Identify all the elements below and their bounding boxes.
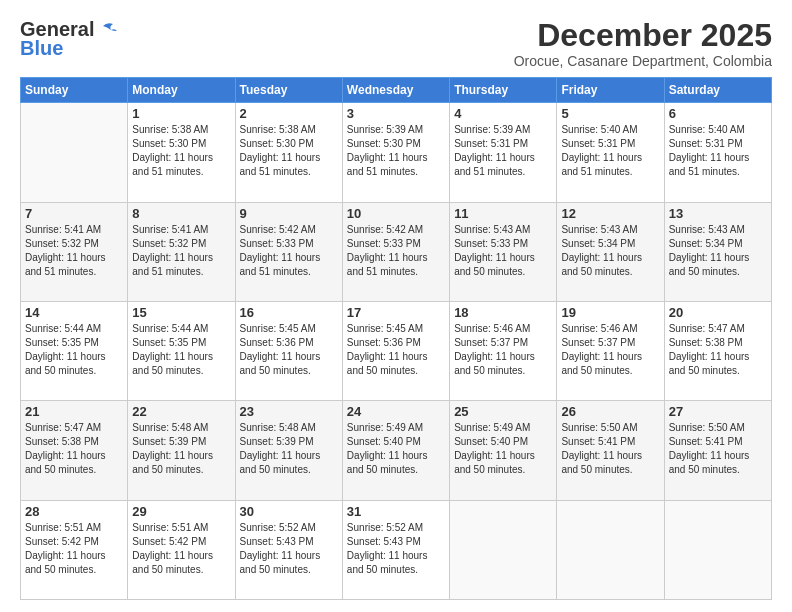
table-row: 6Sunrise: 5:40 AMSunset: 5:31 PMDaylight… (664, 103, 771, 202)
table-row: 14Sunrise: 5:44 AMSunset: 5:35 PMDayligh… (21, 301, 128, 400)
cell-text: Daylight: 11 hours (25, 350, 123, 364)
table-row: 19Sunrise: 5:46 AMSunset: 5:37 PMDayligh… (557, 301, 664, 400)
cell-text: Sunset: 5:34 PM (669, 237, 767, 251)
day-number: 29 (132, 504, 230, 519)
cell-text: Sunrise: 5:41 AM (132, 223, 230, 237)
cell-text: and 50 minutes. (132, 463, 230, 477)
cell-text: Sunrise: 5:38 AM (240, 123, 338, 137)
cell-text: Sunrise: 5:47 AM (25, 421, 123, 435)
cell-text: and 51 minutes. (347, 265, 445, 279)
cell-text: Daylight: 11 hours (347, 449, 445, 463)
cell-text: Daylight: 11 hours (669, 151, 767, 165)
page: General Blue December 2025 Orocue, Casan… (0, 0, 792, 612)
day-number: 13 (669, 206, 767, 221)
cell-text: Sunset: 5:30 PM (132, 137, 230, 151)
table-row: 10Sunrise: 5:42 AMSunset: 5:33 PMDayligh… (342, 202, 449, 301)
day-number: 23 (240, 404, 338, 419)
table-row: 15Sunrise: 5:44 AMSunset: 5:35 PMDayligh… (128, 301, 235, 400)
cell-text: Sunset: 5:42 PM (132, 535, 230, 549)
cell-text: Sunset: 5:43 PM (240, 535, 338, 549)
table-row: 2Sunrise: 5:38 AMSunset: 5:30 PMDaylight… (235, 103, 342, 202)
day-number: 17 (347, 305, 445, 320)
cell-text: Sunset: 5:43 PM (347, 535, 445, 549)
day-number: 10 (347, 206, 445, 221)
cell-text: Sunset: 5:39 PM (240, 435, 338, 449)
cell-text: and 50 minutes. (240, 563, 338, 577)
table-row: 11Sunrise: 5:43 AMSunset: 5:33 PMDayligh… (450, 202, 557, 301)
table-row: 30Sunrise: 5:52 AMSunset: 5:43 PMDayligh… (235, 500, 342, 599)
table-row: 20Sunrise: 5:47 AMSunset: 5:38 PMDayligh… (664, 301, 771, 400)
table-row (664, 500, 771, 599)
day-number: 4 (454, 106, 552, 121)
cell-text: and 51 minutes. (240, 165, 338, 179)
cell-text: and 50 minutes. (454, 364, 552, 378)
cell-text: and 50 minutes. (561, 364, 659, 378)
cell-text: Sunrise: 5:45 AM (240, 322, 338, 336)
day-number: 25 (454, 404, 552, 419)
cell-text: Sunset: 5:32 PM (132, 237, 230, 251)
cell-text: Sunset: 5:40 PM (347, 435, 445, 449)
cell-text: Daylight: 11 hours (240, 449, 338, 463)
table-row: 8Sunrise: 5:41 AMSunset: 5:32 PMDaylight… (128, 202, 235, 301)
cell-text: Sunrise: 5:48 AM (132, 421, 230, 435)
day-number: 5 (561, 106, 659, 121)
day-number: 7 (25, 206, 123, 221)
cell-text: and 50 minutes. (669, 463, 767, 477)
cell-text: Sunset: 5:33 PM (240, 237, 338, 251)
logo: General Blue (20, 18, 118, 60)
cell-text: and 50 minutes. (240, 364, 338, 378)
cell-text: Sunset: 5:39 PM (132, 435, 230, 449)
cell-text: Daylight: 11 hours (347, 350, 445, 364)
cell-text: Daylight: 11 hours (240, 549, 338, 563)
cell-text: Sunrise: 5:47 AM (669, 322, 767, 336)
day-number: 12 (561, 206, 659, 221)
day-number: 16 (240, 305, 338, 320)
cell-text: Sunset: 5:41 PM (561, 435, 659, 449)
cell-text: Sunrise: 5:51 AM (25, 521, 123, 535)
day-number: 31 (347, 504, 445, 519)
table-row: 31Sunrise: 5:52 AMSunset: 5:43 PMDayligh… (342, 500, 449, 599)
cell-text: and 50 minutes. (347, 364, 445, 378)
cell-text: Sunrise: 5:40 AM (669, 123, 767, 137)
cell-text: Sunset: 5:36 PM (240, 336, 338, 350)
cell-text: Sunrise: 5:46 AM (454, 322, 552, 336)
cell-text: Daylight: 11 hours (240, 350, 338, 364)
cell-text: Daylight: 11 hours (561, 151, 659, 165)
table-row: 29Sunrise: 5:51 AMSunset: 5:42 PMDayligh… (128, 500, 235, 599)
cell-text: and 51 minutes. (561, 165, 659, 179)
day-number: 24 (347, 404, 445, 419)
cell-text: Sunrise: 5:39 AM (454, 123, 552, 137)
day-number: 3 (347, 106, 445, 121)
cell-text: Sunset: 5:33 PM (347, 237, 445, 251)
cell-text: Sunrise: 5:43 AM (561, 223, 659, 237)
table-row: 25Sunrise: 5:49 AMSunset: 5:40 PMDayligh… (450, 401, 557, 500)
cell-text: and 50 minutes. (454, 463, 552, 477)
cell-text: Daylight: 11 hours (240, 151, 338, 165)
table-row: 23Sunrise: 5:48 AMSunset: 5:39 PMDayligh… (235, 401, 342, 500)
cell-text: Sunrise: 5:39 AM (347, 123, 445, 137)
cell-text: Sunrise: 5:50 AM (669, 421, 767, 435)
table-row: 13Sunrise: 5:43 AMSunset: 5:34 PMDayligh… (664, 202, 771, 301)
table-row: 28Sunrise: 5:51 AMSunset: 5:42 PMDayligh… (21, 500, 128, 599)
cell-text: Sunrise: 5:41 AM (25, 223, 123, 237)
table-row: 24Sunrise: 5:49 AMSunset: 5:40 PMDayligh… (342, 401, 449, 500)
cell-text: Sunrise: 5:52 AM (347, 521, 445, 535)
cell-text: and 50 minutes. (132, 364, 230, 378)
cell-text: Daylight: 11 hours (132, 151, 230, 165)
title-area: December 2025 Orocue, Casanare Departmen… (514, 18, 772, 69)
cell-text: Daylight: 11 hours (25, 251, 123, 265)
day-number: 8 (132, 206, 230, 221)
cell-text: Daylight: 11 hours (240, 251, 338, 265)
col-tuesday: Tuesday (235, 78, 342, 103)
cell-text: Sunset: 5:30 PM (347, 137, 445, 151)
table-row: 27Sunrise: 5:50 AMSunset: 5:41 PMDayligh… (664, 401, 771, 500)
day-number: 9 (240, 206, 338, 221)
table-row: 12Sunrise: 5:43 AMSunset: 5:34 PMDayligh… (557, 202, 664, 301)
day-number: 11 (454, 206, 552, 221)
cell-text: and 50 minutes. (561, 265, 659, 279)
cell-text: Daylight: 11 hours (669, 350, 767, 364)
day-number: 28 (25, 504, 123, 519)
cell-text: Sunset: 5:38 PM (669, 336, 767, 350)
col-saturday: Saturday (664, 78, 771, 103)
cell-text: Daylight: 11 hours (25, 549, 123, 563)
